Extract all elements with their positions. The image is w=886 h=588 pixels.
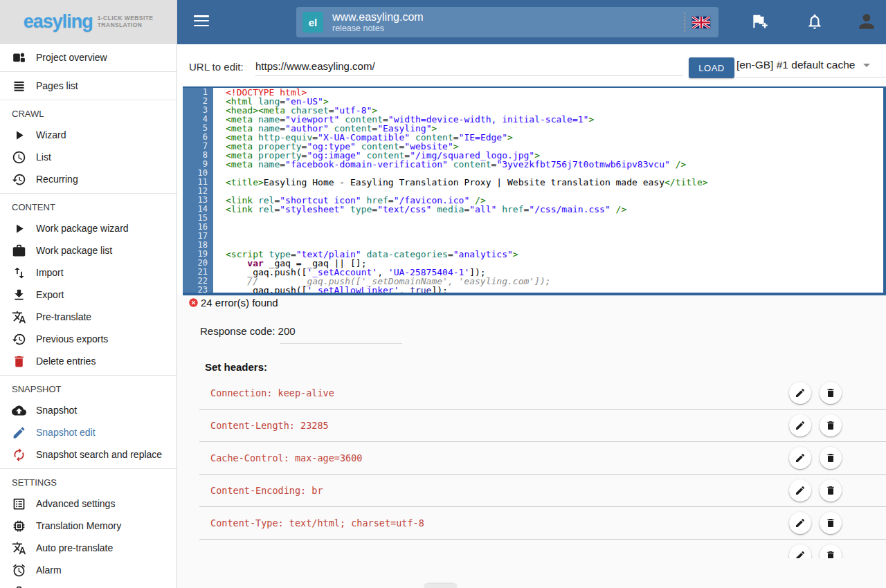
sidebar-item-translation-memory[interactable]: Translation Memory [0,515,177,537]
delete-header-button[interactable] [820,512,842,534]
load-button[interactable]: LOAD [689,57,734,78]
edit-header-button[interactable] [789,544,811,558]
project-subtitle: release notes [332,24,424,34]
response-code-line: Response code: 200 [200,325,296,337]
response-code-value[interactable]: 200 [278,325,296,337]
project-domain: www.easyling.com [332,10,424,24]
import-export-icon [12,265,27,280]
sidebar-item-label: Import [36,267,64,278]
header-row: Connection: keep-alive [199,377,886,410]
sidebar-item-label: List [36,151,51,163]
play-icon [12,127,27,143]
app-logo[interactable]: easyling 1-CLICK WEBSITE TRANSLATION [0,0,177,44]
url-input[interactable] [255,57,683,76]
briefcase-icon [12,243,27,258]
edit-icon [795,452,806,463]
sidebar-item-alarm[interactable]: Alarm [0,559,177,581]
sidebar-item-item[interactable] [0,581,177,588]
editor-gutter: 1234567891011121314151617181920212223 [183,88,213,293]
header-value: Cache-Control: max-age=3600 [210,452,362,463]
sidebar-item-delete-entries[interactable]: Delete entries [0,350,177,372]
delete-header-button[interactable] [820,414,842,437]
notifications-icon[interactable] [806,12,825,32]
sidebar-item-label: Project overview [36,52,107,63]
sidebar-section: SETTINGSAdvanced settingsTranslation Mem… [0,469,177,588]
clock-icon [12,149,27,165]
edit-header-button[interactable] [789,479,811,502]
sidebar-item-label: Snapshot [36,405,77,416]
sidebar-item-label: Pre-translate [36,311,91,322]
add-header-button-peek[interactable] [424,584,457,588]
edit-header-button[interactable] [789,382,811,404]
edit-icon [795,485,806,496]
error-count-text: 24 error(s) found [201,297,278,309]
project-badge: el [302,12,323,33]
sidebar-section-title: CRAWL [0,103,177,124]
sidebar-item-label: Recurring [36,174,78,185]
sidebar-item-label: Alarm [36,564,62,576]
sidebar-item-project-overview[interactable]: Project overview [0,46,177,68]
error-summary: 24 error(s) found [188,297,278,309]
sidebar-section: Pages list [0,72,177,100]
sidebar-item-label: Previous exports [36,333,108,344]
sidebar-section: CONTENTWork package wizardWork package l… [0,194,177,376]
sidebar-item-label: Work package list [36,245,112,256]
sidebar-item-advanced-settings[interactable]: Advanced settings [0,493,177,515]
delete-header-button[interactable] [820,544,842,558]
sidebar-item-recurring[interactable]: Recurring [0,168,177,190]
briefcase-icon [12,585,27,588]
sidebar-item-label: Delete entries [36,356,96,367]
code-editor[interactable]: 1234567891011121314151617181920212223 <!… [183,86,886,295]
sidebar-item-pre-translate[interactable]: Pre-translate [0,306,177,328]
sidebar-item-work-package-wizard[interactable]: Work package wizard [0,217,177,239]
sidebar-item-label: Snapshot edit [36,427,96,438]
sidebar-item-export[interactable]: Export [0,284,177,306]
edit-icon [795,387,806,398]
edit-icon [795,517,806,529]
add-project-flag-icon[interactable] [750,12,770,32]
sidebar-item-snapshot-search-and-replace[interactable]: Snapshot search and replace [0,443,177,466]
menu-icon[interactable] [194,15,209,28]
sidebar-item-snapshot-edit[interactable]: Snapshot edit [0,421,177,443]
edit-header-button[interactable] [789,447,811,469]
sidebar-item-auto-pre-translate[interactable]: Auto pre-translate [0,537,177,559]
sidebar-item-label: Work package wizard [36,223,129,234]
set-headers-title: Set headers: [205,361,267,373]
delete-header-button[interactable] [820,382,842,404]
url-toolbar: URL to edit: LOAD [en-GB] #1 default cac… [177,44,886,87]
brand-tagline: 1-CLICK WEBSITE TRANSLATION [98,15,154,28]
project-selector[interactable]: el www.easyling.com release notes [296,7,718,37]
edit-header-button[interactable] [789,414,811,437]
delete-header-button[interactable] [820,447,842,469]
header-row: Content-Type: text/html; charset=utf-8 [199,507,886,540]
sidebar-item-wizard[interactable]: Wizard [0,124,177,146]
account-icon[interactable] [856,10,875,30]
sidebar-section: SNAPSHOTSnapshotSnapshot editSnapshot se… [0,376,177,469]
sidebar-section: Project overview [0,44,177,72]
sidebar-item-import[interactable]: Import [0,261,177,284]
code-line [226,223,883,232]
header-value: Content-Type: text/html; charset=utf-8 [210,517,424,529]
edit-icon [795,420,806,431]
sidebar-item-pages-list[interactable]: Pages list [0,75,177,97]
sidebar-item-list[interactable]: List [0,146,177,168]
autorenew-icon [12,447,27,462]
history-icon [12,172,27,187]
alarm-icon [12,562,27,578]
sidebar-item-work-package-list[interactable]: Work package list [0,239,177,261]
edit-icon [795,550,806,558]
brand-wordmark: easyling [24,11,93,33]
line-number: 3 [183,106,213,115]
header-value: Content-Length: 23285 [210,420,329,431]
uk-flag-icon[interactable] [692,17,710,28]
translate-icon [12,309,27,324]
edit-header-button[interactable] [789,512,811,534]
sidebar-item-label: Advanced settings [36,498,115,509]
sidebar-item-snapshot[interactable]: Snapshot [0,399,177,421]
sidebar-section-title: CONTENT [0,196,177,217]
cloud-upload-icon [12,403,27,418]
chevron-down-icon [863,64,870,71]
delete-header-button[interactable] [820,479,842,502]
sidebar-item-previous-exports[interactable]: Previous exports [0,328,177,350]
line-number: 7 [183,142,213,151]
